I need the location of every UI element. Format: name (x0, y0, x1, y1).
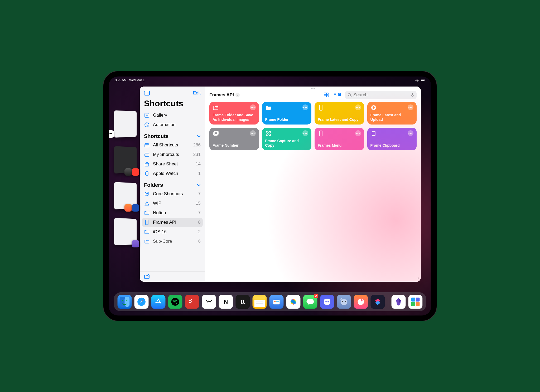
sidebar-item-automation[interactable]: Automation (140, 120, 205, 130)
sidebar-item-count: 2 (198, 229, 201, 235)
folder-icon (144, 230, 150, 234)
sidebar-item-label: My Shortcuts (153, 152, 179, 157)
more-icon[interactable]: ••• (355, 130, 361, 136)
shortcut-tile[interactable]: ••• Frames Menu (315, 128, 364, 150)
dock-app-readwise[interactable]: R (236, 295, 250, 309)
search-input[interactable] (353, 92, 409, 98)
more-icon[interactable]: ••• (408, 130, 413, 136)
main-edit-button[interactable]: Edit (334, 92, 341, 98)
dock-app-todoist[interactable] (185, 295, 199, 309)
dock-app-spotify[interactable] (168, 295, 182, 309)
dock-app-timer[interactable] (354, 295, 368, 309)
dock-app-notes[interactable] (253, 295, 267, 309)
shortcut-tile[interactable]: ••• Frame Folder and Save As Individual … (209, 102, 259, 125)
dock-recent-apps[interactable] (408, 295, 423, 309)
tile-label: Frame Latest and Upload (370, 113, 414, 122)
chevron-down-icon (197, 184, 201, 187)
stage-window-4[interactable] (114, 218, 138, 245)
shortcut-tile[interactable]: ••• Frame Number (209, 128, 259, 150)
sidebar-folder-sub-core[interactable]: Sub-Core 6 (140, 237, 205, 246)
main-header: Frames API ⌄ Edit (205, 91, 421, 102)
stage-window-3[interactable] (114, 183, 138, 209)
svg-rect-35 (125, 297, 130, 307)
shortcut-tile[interactable]: ••• Frame Capture and Copy (262, 128, 312, 150)
add-button[interactable] (311, 91, 319, 99)
svg-rect-26 (320, 105, 322, 110)
more-icon[interactable]: ••• (302, 130, 308, 136)
stage-window-2[interactable] (114, 147, 138, 173)
sidebar-item-share-sheet[interactable]: Share Sheet 14 (140, 159, 205, 169)
stage-window-1[interactable] (114, 111, 138, 137)
dock-app-mastodon[interactable] (337, 295, 351, 309)
dock-app-photos[interactable] (286, 295, 301, 309)
view-mode-button[interactable] (322, 91, 330, 99)
warning-icon (144, 201, 150, 206)
sidebar-edit-button[interactable]: Edit (193, 90, 201, 96)
window-resize-handle[interactable]: ⌟ (416, 274, 419, 280)
svg-line-23 (350, 96, 351, 97)
dock-app-messages[interactable]: 2 (303, 295, 317, 309)
svg-rect-46 (273, 300, 280, 304)
sidebar-folder-wip[interactable]: WIP 15 (140, 199, 205, 208)
search-field[interactable] (345, 91, 417, 99)
sidebar-folder-notion[interactable]: Notion 7 (140, 208, 205, 218)
wifi-icon (415, 79, 419, 82)
sidebar-folder-core-shortcuts[interactable]: Core Shortcuts 7 (140, 189, 205, 199)
phone-icon (318, 104, 324, 111)
shortcut-tile[interactable]: ••• Frame Folder (262, 102, 312, 125)
sidebar-item-all-shortcuts[interactable]: All Shortcuts 286 (140, 140, 205, 150)
shortcut-tile[interactable]: ••• Frame Latest and Upload (367, 102, 417, 125)
more-icon[interactable]: ••• (355, 104, 361, 110)
shortcut-tile[interactable]: ••• Frame Clipboard (367, 128, 417, 150)
dock-app-discord[interactable] (320, 295, 334, 309)
svg-rect-3 (144, 91, 150, 95)
chevron-down-icon (197, 135, 201, 138)
sidebar-item-count: 15 (196, 201, 201, 206)
sidebar-section-shortcuts[interactable]: Shortcuts (140, 130, 205, 140)
dock-app-shortcuts[interactable] (371, 295, 385, 309)
sidebar-item-count: 286 (193, 142, 201, 148)
sidebar-toggle-icon[interactable] (144, 91, 150, 95)
dock-app-shortcuts-bg[interactable] (269, 295, 284, 309)
sidebar-folder-frames-api[interactable]: Frames API 8 (142, 218, 203, 227)
dock-app-safari[interactable] (134, 295, 149, 309)
sidebar-item-label: WIP (153, 201, 161, 206)
dictation-icon[interactable] (411, 93, 414, 97)
sidebar-item-count: 1 (198, 171, 201, 176)
sidebar-item-label: Automation (153, 122, 176, 127)
dock-app-obsidian[interactable] (392, 295, 406, 309)
battery-icon (421, 79, 425, 82)
svg-rect-19 (326, 93, 328, 95)
gallery-icon (144, 113, 150, 118)
more-icon[interactable]: ••• (250, 130, 256, 136)
shortcut-tile[interactable]: ••• Frame Latest and Copy (315, 102, 364, 125)
tile-label: Frame Folder (265, 117, 308, 122)
tile-label: Frame Folder and Save As Individual Imag… (213, 113, 256, 122)
more-icon[interactable]: ••• (408, 104, 413, 110)
share-icon (144, 161, 150, 167)
sidebar-section-folders[interactable]: Folders (140, 178, 205, 189)
sidebar-item-apple-watch[interactable]: Apple Watch 1 (140, 169, 205, 178)
sidebar-item-gallery[interactable]: Gallery (140, 111, 205, 120)
svg-point-11 (146, 156, 146, 156)
dock-app-notion[interactable]: N (219, 295, 233, 309)
sidebar-item-label: Apple Watch (153, 171, 178, 176)
status-bar: 3:25 AM Wed Mar 1 (109, 77, 431, 84)
sidebar-item-count: 6 (198, 239, 201, 244)
more-icon[interactable]: ••• (250, 104, 256, 110)
dock-app-mimestream[interactable] (202, 295, 216, 309)
new-folder-button[interactable] (140, 271, 205, 282)
dock-app-finder[interactable] (118, 295, 132, 309)
window-grab-handle[interactable]: ••• (205, 87, 421, 91)
svg-rect-2 (425, 80, 425, 80)
dock-app-appstore[interactable] (151, 295, 166, 309)
sidebar-item-my-shortcuts[interactable]: My Shortcuts 231 (140, 150, 205, 159)
stage-manager-strip (114, 111, 138, 245)
sidebar-folder-ios16[interactable]: iOS 16 2 (140, 227, 205, 237)
folder-title[interactable]: Frames API ⌄ (209, 92, 240, 98)
images-icon (213, 130, 219, 137)
mimestream-pip-icon[interactable] (109, 130, 114, 138)
sidebar-item-label: Share Sheet (153, 161, 178, 167)
more-icon[interactable]: ••• (302, 104, 308, 110)
sidebar: Edit Shortcuts Gallery Automation Sh (140, 87, 205, 282)
